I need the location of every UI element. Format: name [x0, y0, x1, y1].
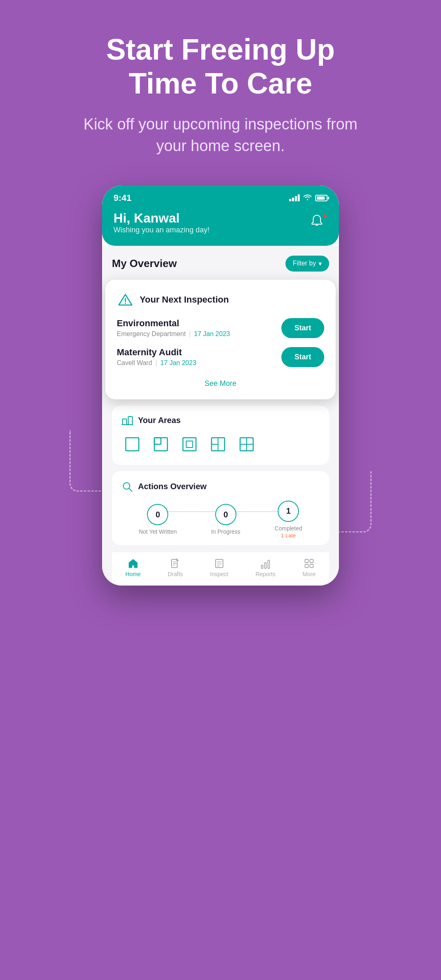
svg-rect-31: [305, 564, 308, 568]
greeting-row: Hi, Kanwal Wishing you an amazing day!: [114, 211, 327, 234]
action-label-in-progress: In Progress: [211, 528, 241, 535]
nav-item-home[interactable]: Home: [125, 558, 140, 577]
separator-1: |: [189, 330, 191, 338]
area-icon-2[interactable]: [150, 434, 172, 455]
svg-rect-8: [183, 438, 196, 451]
svg-rect-7: [154, 438, 161, 444]
next-inspection-card: Your Next Inspection Environmental Emerg…: [105, 280, 336, 399]
overview-header: My Overview Filter by ▾: [112, 256, 329, 272]
area-icon-1[interactable]: [122, 434, 143, 455]
card-header: Your Next Inspection: [117, 291, 324, 308]
nav-label-drafts: Drafts: [168, 571, 183, 577]
phone-header: 9:41: [102, 185, 339, 246]
action-late-label: 1 Late: [281, 532, 296, 539]
actions-row: 0 Not Yet Written 0 In Progress 1 Comple…: [122, 501, 319, 539]
inspection-info-1: Environmental Emergency Department | 17 …: [117, 318, 230, 338]
action-item-in-progress: 0 In Progress: [211, 504, 241, 535]
inspection-date-1: 17 Jan 2023: [194, 330, 230, 338]
svg-line-17: [129, 488, 132, 491]
nav-item-more[interactable]: More: [303, 558, 316, 577]
phone-body: My Overview Filter by ▾ Your: [102, 246, 339, 586]
chevron-down-icon: ▾: [318, 260, 322, 267]
phone-mockup-wrapper: 9:41: [102, 185, 339, 586]
inspection-name-2: Maternity Audit: [117, 347, 196, 358]
nav-item-drafts[interactable]: Drafts: [168, 558, 183, 577]
actions-search-icon: [122, 481, 133, 492]
area-icon-4[interactable]: [207, 434, 229, 455]
svg-rect-9: [186, 441, 193, 448]
action-item-completed: 1 Completed 1 Late: [274, 501, 302, 539]
start-button-1[interactable]: Start: [281, 318, 324, 338]
svg-rect-2: [122, 419, 127, 425]
inspection-location-2: Cavell Ward: [117, 359, 152, 367]
notification-bell-icon[interactable]: [310, 214, 327, 232]
svg-rect-3: [128, 416, 132, 425]
inspection-info-2: Maternity Audit Cavell Ward | 17 Jan 202…: [117, 347, 196, 367]
nav-item-reports[interactable]: Reports: [256, 558, 276, 577]
svg-rect-29: [305, 559, 308, 563]
nav-label-more: More: [303, 571, 316, 577]
see-more-link[interactable]: See More: [117, 376, 324, 388]
action-label-completed: Completed: [274, 525, 302, 532]
inspection-details-2: Cavell Ward | 17 Jan 2023: [117, 359, 196, 367]
greeting-sub: Wishing you an amazing day!: [114, 226, 209, 234]
more-icon: [303, 558, 315, 569]
nav-item-inspect[interactable]: Inspect: [210, 558, 228, 577]
areas-header: Your Areas: [122, 416, 319, 425]
areas-icon-list: [122, 434, 319, 455]
drafts-icon: [169, 558, 181, 569]
action-item-not-written: 0 Not Yet Written: [139, 504, 177, 535]
nav-label-home: Home: [125, 571, 140, 577]
inspection-item-1: Environmental Emergency Department | 17 …: [117, 318, 324, 338]
hero-subtitle: Kick off your upcoming inspections from …: [82, 114, 359, 157]
inspect-icon: [214, 558, 225, 569]
greeting-text: Hi, Kanwal Wishing you an amazing day!: [114, 211, 209, 234]
your-areas-section: Your Areas: [112, 406, 329, 465]
svg-rect-22: [216, 559, 223, 568]
alert-triangle-icon: [117, 291, 134, 308]
card-title: Your Next Inspection: [140, 294, 229, 305]
areas-title: Your Areas: [138, 416, 180, 425]
areas-icon: [122, 416, 133, 425]
battery-icon: [315, 195, 327, 201]
svg-rect-32: [310, 564, 313, 568]
greeting-name: Hi, Kanwal: [114, 211, 209, 226]
svg-point-1: [125, 303, 126, 304]
nav-label-inspect: Inspect: [210, 571, 228, 577]
signal-icon: [289, 194, 300, 201]
area-icon-5[interactable]: [236, 434, 257, 455]
bottom-nav: Home Drafts: [112, 552, 329, 586]
actions-title: Actions Overview: [138, 482, 207, 491]
home-icon: [127, 558, 139, 569]
actions-header: Actions Overview: [122, 481, 319, 492]
hero-title: Start Freeing Up Time To Care: [78, 33, 363, 100]
status-time: 9:41: [114, 193, 131, 203]
start-button-2[interactable]: Start: [281, 347, 324, 367]
separator-2: |: [156, 359, 157, 367]
status-bar: 9:41: [114, 193, 327, 203]
notification-dot: [323, 214, 327, 218]
phone-mockup: 9:41: [102, 185, 339, 586]
svg-rect-30: [310, 559, 313, 563]
inspection-item-2: Maternity Audit Cavell Ward | 17 Jan 202…: [117, 347, 324, 367]
svg-rect-28: [268, 560, 270, 568]
status-icons: [289, 193, 327, 203]
action-circle-in-progress: 0: [215, 504, 236, 525]
inspection-details-1: Emergency Department | 17 Jan 2023: [117, 330, 230, 338]
inspection-name-1: Environmental: [117, 318, 230, 329]
reports-icon: [260, 558, 271, 569]
inspection-location-1: Emergency Department: [117, 330, 186, 338]
area-icon-3[interactable]: [179, 434, 200, 455]
overview-title: My Overview: [112, 257, 177, 270]
action-circle-not-written: 0: [147, 504, 168, 525]
inspection-date-2: 17 Jan 2023: [160, 359, 196, 367]
svg-rect-5: [126, 438, 139, 451]
nav-label-reports: Reports: [256, 571, 276, 577]
action-circle-completed: 1: [278, 501, 299, 522]
actions-section: Actions Overview 0 Not Yet Written 0 In …: [112, 471, 329, 545]
action-label-not-written: Not Yet Written: [139, 528, 177, 535]
filter-button[interactable]: Filter by ▾: [285, 256, 329, 272]
svg-rect-27: [265, 563, 266, 568]
svg-rect-26: [261, 565, 263, 568]
wifi-icon: [303, 193, 312, 203]
